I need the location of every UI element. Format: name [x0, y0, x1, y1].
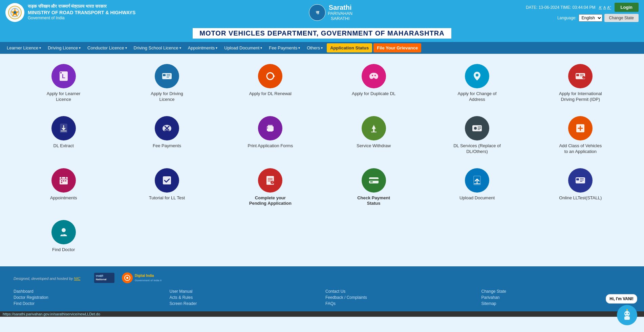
- svg-point-77: [126, 277, 128, 279]
- complete-pending-application[interactable]: Complete your Pending Application: [220, 165, 320, 210]
- nav-conductor-licence[interactable]: Conductor Licence ▾: [84, 42, 130, 54]
- empty-cell-1: [117, 217, 217, 256]
- header: सड़क परिवहन और राजमार्ग मंत्रालय भारत सर…: [0, 0, 644, 25]
- login-button[interactable]: Login: [615, 3, 639, 12]
- tutorial-ll-test[interactable]: Tutorial for LL Test: [117, 165, 217, 210]
- fee-payments-label: Fee Payments: [153, 143, 181, 149]
- nav-appointments[interactable]: Appointments ▾: [185, 42, 221, 54]
- svg-point-69: [62, 228, 66, 232]
- dl-extract-label: DL Extract: [53, 143, 74, 149]
- print-application-forms[interactable]: Print Application Forms: [220, 113, 320, 158]
- nav-others[interactable]: Others ▾: [303, 42, 326, 54]
- nav-driving-school[interactable]: Driving School Licence ▾: [130, 42, 185, 54]
- change-state-button[interactable]: Change State: [604, 14, 639, 22]
- footer-link-feedback[interactable]: Feedback / Complaints: [325, 295, 475, 300]
- svg-point-3: [14, 11, 16, 14]
- font-medium[interactable]: A: [603, 5, 606, 9]
- svg-rect-61: [369, 179, 379, 181]
- dl-extract[interactable]: DL Extract: [14, 113, 113, 158]
- page-title-bar: MOTOR VEHICLES DEPARTMENT, GOVERNMENT OF…: [0, 25, 644, 42]
- online-ll-test[interactable]: Online LLTest(STALL): [531, 165, 630, 210]
- appointments[interactable]: Appointments: [14, 165, 113, 210]
- nav-driving-licence[interactable]: Driving Licence ▾: [44, 42, 84, 54]
- empty-cell-5: [531, 217, 630, 256]
- footer-link-contact-us[interactable]: Contact Us: [325, 289, 475, 294]
- nic-link[interactable]: NIC: [74, 276, 81, 281]
- svg-rect-49: [63, 180, 64, 181]
- svg-text:L: L: [62, 73, 65, 79]
- footer-link-acts-rules[interactable]: Acts & Rules: [170, 295, 319, 300]
- apply-change-address[interactable]: Apply for Change of Address: [427, 61, 527, 106]
- svg-point-18: [476, 74, 478, 76]
- dl-extract-icon: [51, 116, 76, 140]
- chatbot-bubble: Hi, I'm VANI!: [606, 294, 637, 304]
- footer-credits: Designed, developed and hosted by NIC: [14, 276, 81, 281]
- svg-text:i: i: [584, 77, 584, 79]
- fee-payments-icon: [155, 116, 179, 140]
- find-doctor[interactable]: Find Doctor: [14, 217, 113, 256]
- chatbot-widget[interactable]: Hi, I'm VANI!: [606, 294, 637, 317]
- dl-services[interactable]: DL Services (Replace of DL/Others): [427, 113, 527, 158]
- font-size-controls[interactable]: A' A A": [599, 5, 611, 9]
- status-url: https://sarathi.parivahan.gov.in/sarathi…: [3, 312, 100, 316]
- footer: Designed, developed and hosted by NIC एन…: [0, 266, 644, 311]
- upload-document[interactable]: Upload Document: [427, 165, 527, 210]
- nav-upload-document[interactable]: Upload Document ▾: [221, 42, 265, 54]
- svg-text:National: National: [96, 278, 107, 281]
- footer-link-change-state[interactable]: Change State: [481, 289, 631, 294]
- svg-text:एनआईटी: एनआईटी: [95, 274, 103, 278]
- online-ll-label: Online LLTest(STALL): [559, 195, 602, 201]
- footer-link-doctor-reg[interactable]: Doctor Registration: [14, 295, 163, 300]
- add-class-vehicles[interactable]: Add Class of Vehicles to an Application: [531, 113, 630, 158]
- language-select[interactable]: English हिंदी: [579, 14, 602, 22]
- svg-text:Digital India: Digital India: [135, 274, 154, 278]
- print-forms-label: Print Application Forms: [248, 143, 293, 149]
- apply-idp-label: Apply for International Driving Permit (…: [557, 91, 604, 103]
- nav-learner-licence[interactable]: Learner Licence ▾: [3, 42, 44, 54]
- payment-status-label: Check Payment Status: [350, 195, 398, 207]
- empty-cell-2: [220, 217, 320, 256]
- nav-fee-payments[interactable]: Fee Payments ▾: [265, 42, 303, 54]
- nav-file-grievance[interactable]: File Your Grievance: [373, 43, 421, 52]
- font-large[interactable]: A": [607, 5, 611, 9]
- chevron-down-icon: ▾: [125, 46, 127, 50]
- service-withdraw-label: Service Withdraw: [357, 143, 391, 149]
- apply-change-address-icon: [465, 64, 489, 88]
- apply-duplicate-icon: [362, 64, 386, 88]
- svg-point-83: [628, 313, 629, 314]
- header-left: सड़क परिवहन और राजमार्ग मंत्रालय भारत सर…: [5, 3, 135, 22]
- datetime-display: DATE: 13-06-2024 TIME: 03:44:04 PM: [526, 5, 596, 10]
- svg-rect-31: [268, 125, 273, 127]
- footer-link-dashboard[interactable]: Dashboard: [14, 289, 163, 294]
- upload-doc-icon: [465, 168, 489, 193]
- pending-app-label: Complete your Pending Application: [246, 195, 294, 207]
- footer-link-screen-reader[interactable]: Screen Reader: [170, 301, 319, 306]
- main-nav: Learner Licence ▾ Driving Licence ▾ Cond…: [0, 42, 644, 54]
- upload-doc-label: Upload Document: [459, 195, 495, 201]
- svg-point-37: [474, 127, 477, 130]
- apply-change-address-label: Apply for Change of Address: [453, 91, 501, 103]
- appointments-label: Appointments: [50, 195, 77, 201]
- footer-link-faqs[interactable]: FAQs: [325, 301, 475, 306]
- footer-link-user-manual[interactable]: User Manual: [170, 289, 319, 294]
- chatbot-icon[interactable]: [617, 305, 637, 317]
- apply-duplicate-dl[interactable]: Apply for Duplicate DL: [324, 61, 424, 106]
- apply-idp[interactable]: i Apply for International Driving Permit…: [531, 61, 630, 106]
- check-payment-status[interactable]: Check Payment Status: [324, 165, 424, 210]
- tutorial-ll-label: Tutorial for LL Test: [149, 195, 185, 201]
- ministry-logo: [5, 3, 24, 22]
- service-withdraw[interactable]: Service Withdraw: [324, 113, 424, 158]
- svg-rect-65: [576, 178, 579, 180]
- language-label: Language:: [557, 16, 577, 20]
- fee-payments[interactable]: Fee Payments: [117, 113, 217, 158]
- sarathi-text: Sarathi PARIVAHAN SARATHI: [328, 4, 352, 21]
- apply-driving-icon: [155, 64, 179, 88]
- font-small[interactable]: A': [599, 5, 602, 9]
- apply-dl-renewal[interactable]: Apply for DL Renewal: [220, 61, 320, 106]
- apply-learner-licence[interactable]: L Apply for Learner Licence: [14, 61, 113, 106]
- dl-services-label: DL Services (Replace of DL/Others): [453, 143, 501, 155]
- svg-point-82: [625, 313, 626, 314]
- nav-application-status[interactable]: Application Status: [327, 43, 372, 52]
- apply-driving-licence[interactable]: Apply for Driving Licence: [117, 61, 217, 106]
- footer-link-find-doctor[interactable]: Find Doctor: [14, 301, 163, 306]
